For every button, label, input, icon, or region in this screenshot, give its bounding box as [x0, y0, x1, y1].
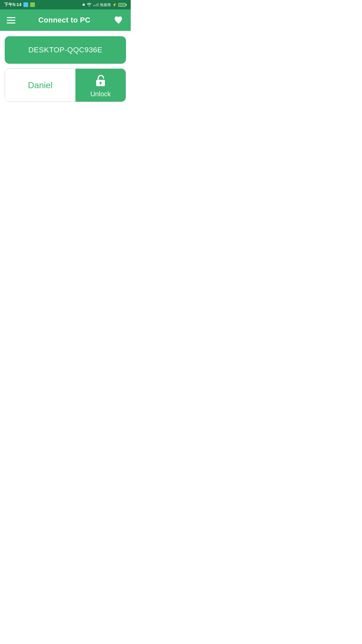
hamburger-line-1 — [7, 17, 15, 18]
hamburger-line-2 — [7, 20, 15, 21]
app-bar: Connect to PC — [0, 9, 131, 31]
app-icon-1 — [23, 2, 28, 7]
status-bar-left: 下午5:14 — [4, 2, 35, 8]
app-icon-2 — [30, 2, 35, 7]
pc-name-card[interactable]: DESKTOP-QQC936E — [5, 36, 126, 64]
app-title: Connect to PC — [38, 16, 90, 24]
bluetooth-icon: ✱ — [82, 3, 85, 7]
session-row: Daniel Unlock — [5, 68, 126, 102]
signal-icon — [93, 2, 99, 7]
unlock-label: Unlock — [90, 90, 111, 98]
wifi-icon — [86, 2, 92, 7]
main-content: DESKTOP-QQC936E Daniel Unlock — [0, 31, 131, 107]
unlock-button[interactable]: Unlock — [75, 69, 126, 102]
battery-icon — [118, 3, 127, 7]
charging-icon: ⚡ — [112, 3, 117, 7]
status-time: 下午5:14 — [4, 2, 21, 8]
unlock-icon — [93, 73, 108, 88]
menu-button[interactable] — [7, 17, 15, 23]
no-service-label: 無服務 — [100, 2, 111, 7]
status-bar-right: ✱ 無服務 ⚡ — [82, 2, 127, 7]
hamburger-line-3 — [7, 22, 15, 23]
status-bar: 下午5:14 ✱ 無服務 ⚡ — [0, 0, 131, 9]
svg-rect-2 — [100, 83, 101, 85]
session-name-area: Daniel — [5, 69, 75, 102]
user-name-label: Daniel — [28, 80, 53, 91]
favorite-button[interactable] — [113, 15, 124, 25]
pc-name-text: DESKTOP-QQC936E — [28, 46, 102, 54]
